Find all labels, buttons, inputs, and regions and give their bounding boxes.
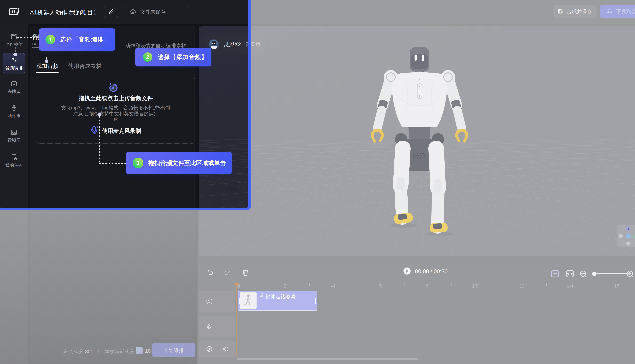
svg-text:Y: Y: [627, 235, 629, 238]
svg-text:Z: Z: [627, 227, 629, 230]
